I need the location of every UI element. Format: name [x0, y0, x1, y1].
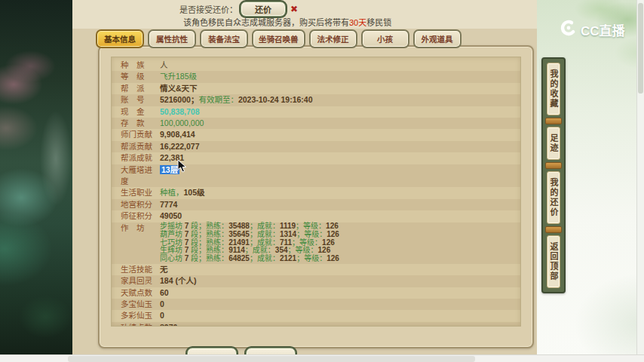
tab-1[interactable]: 基本信息: [96, 29, 144, 48]
info-row: 存 款100,000,000: [112, 118, 520, 129]
value-segment: 8970: [160, 323, 177, 327]
info-row: 家具回灵184 (个人): [112, 275, 520, 287]
row-value: 60: [160, 287, 511, 299]
row-value: 0: [160, 310, 511, 321]
info-row: 天赋点数60: [112, 287, 520, 299]
vertical-scrollbar-thumb[interactable]: [638, 3, 643, 94]
row-label: 师门贡献: [121, 129, 160, 140]
value-segment: 126: [327, 254, 339, 262]
sidebar-button-4[interactable]: 返回顶部: [547, 235, 560, 288]
migration-notice: 该角色移民自众志成城服务器，购买后将带有30天移民锁: [183, 16, 391, 28]
value-segment: 711: [280, 238, 292, 247]
info-row: 种 族人: [112, 60, 520, 71]
row-value: 人: [160, 60, 511, 71]
info-rows: 种 族人等 级飞升185级帮 派情义&天下账 号5216000；有效期至：202…: [111, 57, 521, 327]
value-segment: 21491: [228, 238, 250, 247]
value-segment: 50,838,708: [160, 107, 200, 116]
wood-knot-divider: [545, 226, 562, 233]
wood-knot-divider: [545, 118, 562, 124]
row-value: 184 (个人): [160, 275, 511, 287]
info-row: 账 号5216000；有效期至：2023-10-24 19:16:40: [112, 94, 520, 106]
value-segment: 7774: [160, 200, 177, 209]
row-label: 帮 派: [121, 83, 160, 94]
value-segment: 段；熟练：: [189, 254, 228, 262]
value-segment: ；成就：: [250, 238, 280, 247]
value-segment: ；等级：: [296, 222, 326, 230]
floating-sidebar: 我的收藏足迹我的还价返回顶部: [541, 57, 566, 293]
value-segment: ；等级：: [296, 254, 327, 262]
tab-2[interactable]: 属性抗性: [148, 29, 196, 48]
vertical-scrollbar[interactable]: [636, 0, 644, 362]
value-segment: ；等级：: [288, 246, 318, 254]
info-row: 地宫积分7774: [112, 199, 520, 210]
sidebar-button-1[interactable]: 我的收藏: [547, 63, 560, 115]
row-value: 16,222,077: [160, 141, 511, 152]
value-segment: 5216000；: [160, 95, 198, 104]
info-row: 生活职业种植，105级: [112, 187, 520, 198]
value-segment: 100,000,000: [160, 118, 204, 127]
horizontal-scrollbar[interactable]: [0, 354, 644, 362]
value-segment: 飞升185级: [160, 72, 197, 81]
info-row: 作 坊步摇坊 7 段；熟练：35488；成就：1119；等级：126葫芦坊 7 …: [112, 222, 520, 264]
tab-7[interactable]: 外观道具: [413, 29, 462, 48]
value-segment: 9114: [228, 246, 245, 254]
sidebar-button-2[interactable]: 足迹: [547, 127, 560, 160]
row-label: 帮派贡献: [121, 141, 160, 152]
notice-text-pre: 该角色移民自众志成城服务器，购买后将带有: [183, 18, 349, 27]
tab-4[interactable]: 坐骑召唤兽: [252, 29, 305, 48]
value-segment: 同心坊: [160, 254, 185, 262]
sidebar-button-3[interactable]: 我的还价: [547, 171, 560, 224]
value-segment: 段；熟练：: [189, 246, 228, 254]
row-value: 9,908,414: [160, 129, 511, 140]
info-row: 帮派贡献16,222,077: [112, 141, 520, 152]
value-segment: 步摇坊: [160, 222, 185, 230]
row-value: 种植，105级: [160, 187, 511, 198]
value-segment: 0: [160, 299, 164, 308]
value-segment: 9,908,414: [160, 130, 195, 139]
value-segment: 七巧坊: [160, 238, 185, 247]
row-value: 5216000；有效期至：2023-10-24 19:16:40: [160, 94, 511, 106]
value-segment: 段；熟练：: [189, 230, 228, 238]
tab-6[interactable]: 小孩: [361, 29, 409, 48]
row-label: 功绩点数: [121, 322, 160, 327]
notice-text-post: 移民锁: [366, 18, 391, 27]
value-segment: 35645: [228, 230, 250, 238]
row-label: 地宫积分: [121, 199, 160, 210]
info-row: 等 级飞升185级: [112, 71, 520, 82]
info-row: 帮 派情义&天下: [112, 83, 520, 94]
value-segment: 60: [160, 288, 169, 297]
row-label: 种 族: [121, 60, 160, 71]
value-segment: ；成就：: [250, 230, 280, 238]
row-label: 生活技能: [121, 264, 160, 275]
value-segment: 葫芦坊: [160, 230, 185, 238]
value-segment: 人: [160, 60, 168, 69]
tab-5[interactable]: 法术修正: [309, 29, 357, 48]
row-label: 家具回灵: [121, 275, 160, 287]
info-row: 帮派成就22,381: [112, 152, 520, 164]
row-value: 22,381: [160, 152, 511, 164]
cc-logo-text: CC直播: [581, 20, 625, 39]
row-label: 等 级: [121, 71, 160, 82]
row-label: 多彩仙玉: [121, 310, 160, 321]
row-value: 50,838,708: [160, 106, 511, 118]
value-segment: 0: [160, 311, 164, 320]
reject-icon[interactable]: ✖: [290, 4, 298, 14]
info-row: 大雁塔进度13层: [112, 164, 520, 188]
row-label: 作 坊: [121, 222, 160, 234]
value-segment: 生辉坊: [160, 246, 185, 254]
horizontal-scrollbar-thumb[interactable]: [68, 356, 475, 362]
notice-days: 30天: [349, 18, 366, 27]
row-value: 100,000,000: [160, 118, 511, 129]
value-segment: 126: [318, 246, 331, 254]
wood-knot-divider: [545, 162, 562, 169]
row-label: 生活职业: [121, 187, 160, 198]
value-segment: 354: [275, 246, 288, 254]
cc-swirl-icon: [560, 19, 578, 40]
value-segment: 1314: [280, 230, 296, 238]
row-value: 7774: [160, 199, 511, 210]
value-segment: 无: [160, 265, 168, 274]
value-segment: ；等级：: [292, 238, 322, 247]
character-info-panel: 种 族人等 级飞升185级帮 派情义&天下账 号5216000；有效期至：202…: [98, 45, 534, 348]
counter-offer-button[interactable]: 还价: [241, 2, 286, 17]
tab-3[interactable]: 装备法宝: [200, 29, 248, 48]
